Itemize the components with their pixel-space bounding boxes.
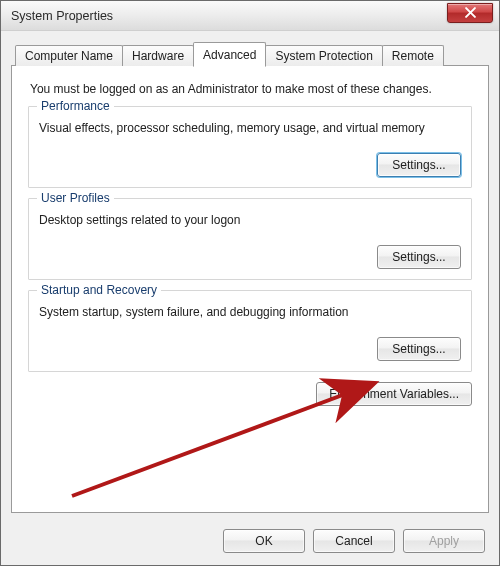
- titlebar: System Properties: [1, 1, 499, 31]
- performance-settings-button[interactable]: Settings...: [377, 153, 461, 177]
- group-user-profiles-legend: User Profiles: [37, 191, 114, 205]
- environment-variables-button[interactable]: Environment Variables...: [316, 382, 472, 406]
- dialog-buttons: OK Cancel Apply: [223, 529, 485, 553]
- tab-remote[interactable]: Remote: [382, 45, 444, 66]
- cancel-button[interactable]: Cancel: [313, 529, 395, 553]
- group-performance: Performance Visual effects, processor sc…: [28, 106, 472, 188]
- apply-button[interactable]: Apply: [403, 529, 485, 553]
- tab-computer-name[interactable]: Computer Name: [15, 45, 123, 66]
- window-title: System Properties: [11, 9, 447, 23]
- group-startup-recovery: Startup and Recovery System startup, sys…: [28, 290, 472, 372]
- intro-text: You must be logged on as an Administrato…: [30, 82, 474, 96]
- group-performance-legend: Performance: [37, 99, 114, 113]
- tab-advanced[interactable]: Advanced: [193, 42, 266, 67]
- system-properties-window: System Properties Computer Name Hardware…: [0, 0, 500, 566]
- client-area: Computer Name Hardware Advanced System P…: [1, 31, 499, 565]
- tab-page-advanced: You must be logged on as an Administrato…: [11, 65, 489, 513]
- tabstrip: Computer Name Hardware Advanced System P…: [15, 41, 489, 65]
- group-startup-recovery-desc: System startup, system failure, and debu…: [39, 305, 461, 319]
- user-profiles-settings-button[interactable]: Settings...: [377, 245, 461, 269]
- close-icon: [465, 7, 476, 18]
- group-startup-recovery-legend: Startup and Recovery: [37, 283, 161, 297]
- group-user-profiles-desc: Desktop settings related to your logon: [39, 213, 461, 227]
- close-button[interactable]: [447, 3, 493, 23]
- group-user-profiles: User Profiles Desktop settings related t…: [28, 198, 472, 280]
- ok-button[interactable]: OK: [223, 529, 305, 553]
- group-performance-desc: Visual effects, processor scheduling, me…: [39, 121, 461, 135]
- tab-hardware[interactable]: Hardware: [122, 45, 194, 66]
- tab-system-protection[interactable]: System Protection: [265, 45, 382, 66]
- startup-recovery-settings-button[interactable]: Settings...: [377, 337, 461, 361]
